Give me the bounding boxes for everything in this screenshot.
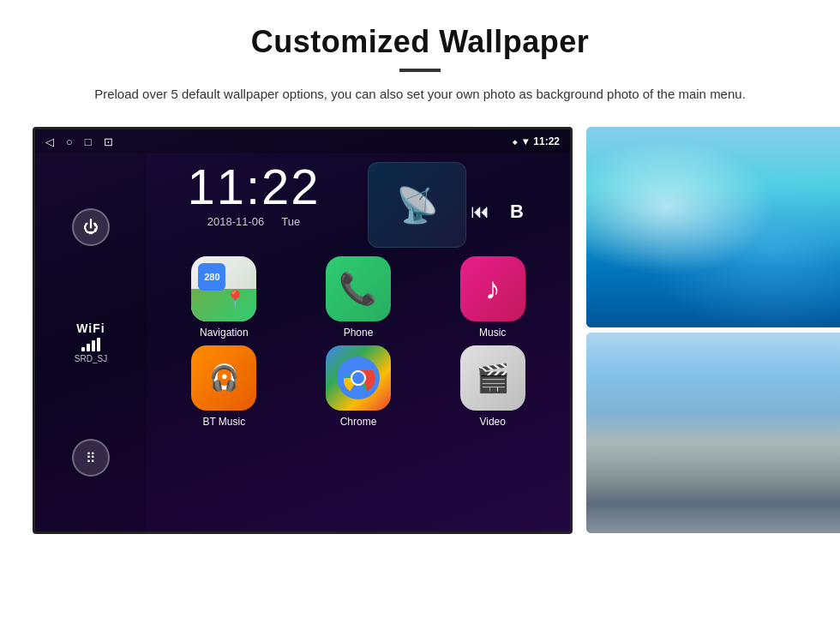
back-icon[interactable]: ◁ — [45, 135, 54, 148]
nav-badge: 280 — [198, 263, 225, 291]
svg-rect-9 — [586, 333, 840, 533]
btmusic-label: BT Music — [202, 416, 245, 428]
navigation-label: Navigation — [200, 327, 249, 339]
video-symbol: 🎬 — [476, 362, 510, 394]
wifi-bar-2 — [87, 344, 90, 351]
clock-section: 11:22 2018-11-06 Tue — [147, 162, 361, 228]
app-chrome[interactable]: Chrome — [295, 345, 423, 428]
svg-rect-17 — [612, 440, 828, 447]
app-btmusic[interactable]: ʘ 🎧 BT Music — [160, 345, 288, 428]
svg-line-13 — [621, 388, 661, 448]
power-button[interactable]: ⏻ — [72, 208, 110, 246]
svg-line-16 — [779, 388, 822, 448]
home-icon[interactable]: ○ — [66, 135, 73, 148]
phone-icon: 📞 — [326, 256, 391, 321]
nav-icons: ◁ ○ □ ⊡ — [45, 135, 113, 148]
media-widget: 📡 — [368, 162, 466, 248]
ice-wallpaper-svg — [586, 127, 840, 327]
chrome-label: Chrome — [340, 416, 377, 428]
chrome-svg — [337, 357, 380, 399]
location-icon: ⬥ — [512, 135, 518, 147]
title-divider — [399, 69, 441, 72]
wifi-broadcast-icon: 📡 — [396, 185, 439, 225]
bridge-thumb-wrapper: CarSetting — [586, 333, 840, 549]
status-bar: ◁ ○ □ ⊡ ⬥ ▾ 11:22 — [35, 129, 570, 153]
app-phone[interactable]: 📞 Phone — [295, 256, 423, 339]
time-display: 11:22 — [533, 135, 560, 147]
bridge-wallpaper-svg — [586, 333, 840, 533]
music-note-symbol: ♪ — [485, 271, 501, 307]
android-screen: ◁ ○ □ ⊡ ⬥ ▾ 11:22 ⏻ WiFi — [33, 127, 573, 534]
sidebar: ⏻ WiFi SRD_SJ ⠿ — [35, 153, 147, 531]
page-header: Customized Wallpaper Preload over 5 defa… — [0, 0, 840, 118]
svg-rect-11 — [655, 384, 667, 487]
screenshot-icon[interactable]: ⊡ — [104, 135, 113, 148]
music-icon: ♪ — [460, 256, 525, 321]
status-right: ⬥ ▾ 11:22 — [512, 135, 560, 147]
wifi-info: WiFi SRD_SJ — [75, 321, 107, 363]
wallpaper-ice[interactable] — [586, 127, 840, 327]
wifi-icon: ▾ — [523, 135, 528, 147]
apps-button[interactable]: ⠿ — [72, 439, 110, 477]
prev-track-icon[interactable]: ⏮ — [471, 201, 489, 223]
wallpaper-thumbnails: CarSetting — [586, 127, 840, 549]
main-content: 11:22 2018-11-06 Tue 📡 ⏮ B — [147, 153, 570, 531]
svg-line-15 — [723, 388, 779, 435]
app-music[interactable]: ♪ Music — [429, 256, 556, 339]
content-area: ◁ ○ □ ⊡ ⬥ ▾ 11:22 ⏻ WiFi — [0, 127, 840, 549]
page: Customized Wallpaper Preload over 5 defa… — [0, 0, 840, 549]
app-video[interactable]: 🎬 Video — [429, 345, 556, 428]
phone-label: Phone — [344, 327, 374, 339]
svg-line-14 — [661, 388, 715, 435]
navigation-icon: 280 📍 — [191, 256, 256, 321]
svg-point-3 — [352, 372, 364, 384]
next-track-label: B — [510, 201, 524, 223]
wallpaper-bridge[interactable] — [586, 333, 840, 533]
media-controls: ⏮ B — [471, 201, 524, 223]
wifi-bar-3 — [92, 340, 95, 351]
chrome-icon — [326, 345, 391, 411]
wifi-bars — [75, 338, 107, 351]
recents-icon[interactable]: □ — [85, 135, 92, 148]
wifi-bar-1 — [81, 347, 85, 351]
app-navigation[interactable]: 280 📍 Navigation — [160, 256, 288, 339]
clock-day: Tue — [281, 215, 300, 228]
nav-pin-icon: 📍 — [225, 289, 246, 309]
wifi-bar-4 — [97, 338, 100, 351]
svg-point-5 — [603, 153, 741, 238]
svg-rect-10 — [586, 461, 840, 533]
music-label: Music — [479, 327, 506, 339]
video-icon: 🎬 — [460, 345, 525, 411]
page-subtitle: Preload over 5 default wallpaper options… — [69, 84, 771, 105]
btmusic-icon: ʘ 🎧 — [191, 345, 256, 411]
wifi-label: WiFi — [75, 321, 107, 335]
clock-date: 2018-11-06 Tue — [147, 215, 361, 228]
app-grid: 280 📍 Navigation 📞 Phone — [147, 256, 570, 441]
carsetting-label: CarSetting — [586, 537, 840, 549]
page-title: Customized Wallpaper — [69, 24, 771, 60]
svg-rect-12 — [773, 384, 785, 487]
clock-time: 11:22 — [147, 162, 361, 212]
clock-date-value: 2018-11-06 — [207, 215, 265, 228]
svg-point-7 — [617, 238, 823, 324]
headphones-symbol: 🎧 — [209, 364, 239, 393]
video-label: Video — [479, 416, 505, 428]
svg-rect-8 — [586, 264, 840, 327]
wifi-network: SRD_SJ — [75, 354, 107, 363]
svg-rect-4 — [586, 127, 840, 327]
phone-symbol: 📞 — [339, 271, 377, 307]
svg-point-6 — [698, 178, 840, 281]
